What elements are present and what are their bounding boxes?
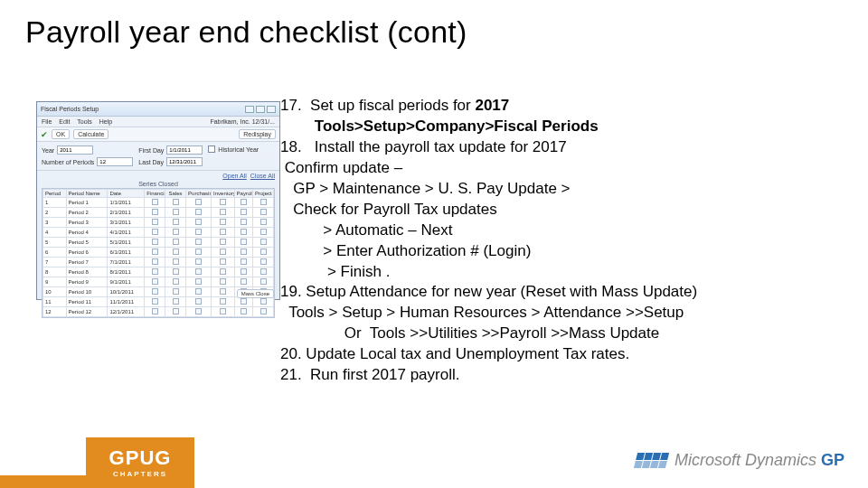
checkbox[interactable] [241, 258, 247, 265]
checkbox[interactable] [173, 268, 179, 275]
checkbox[interactable] [173, 219, 179, 225]
historical-year-checkbox[interactable] [208, 145, 215, 153]
checkbox[interactable] [260, 298, 267, 305]
checkbox[interactable] [195, 199, 202, 205]
item-17-path: Tools>Setup>Company>Fiscal Periods [315, 117, 599, 135]
checkbox[interactable] [152, 249, 158, 255]
checkbox[interactable] [241, 249, 247, 255]
checkbox[interactable] [195, 258, 202, 265]
checkbox[interactable] [260, 219, 267, 225]
menu-help[interactable]: Help [99, 118, 112, 125]
minimize-icon[interactable] [245, 106, 254, 113]
checkbox[interactable] [241, 308, 247, 314]
first-day-input[interactable] [166, 145, 203, 155]
checkbox[interactable] [220, 249, 226, 255]
menu-edit[interactable]: Edit [59, 118, 70, 125]
calculate-button[interactable]: Calculate [73, 129, 108, 139]
year-input[interactable] [57, 145, 93, 155]
table-row: 4Period 44/1/2011 [43, 228, 274, 238]
checkbox[interactable] [195, 308, 202, 314]
maximize-icon[interactable] [256, 106, 265, 113]
checkbox[interactable] [260, 268, 267, 275]
num-periods-input[interactable] [97, 157, 133, 166]
checkbox[interactable] [152, 239, 158, 245]
checkbox[interactable] [260, 239, 267, 245]
checkbox[interactable] [241, 268, 247, 275]
checkbox[interactable] [220, 199, 226, 205]
num-periods-label: Number of Periods [42, 159, 94, 165]
item-20: 20. Update Local tax and Unemployment Ta… [280, 345, 629, 362]
checkbox[interactable] [220, 288, 226, 295]
checkbox[interactable] [195, 298, 202, 305]
checkbox[interactable] [260, 229, 267, 235]
table-row: 3Period 33/1/2011 [43, 218, 274, 228]
window-title: Fiscal Periods Setup [41, 106, 99, 112]
col-purchasing: Purchasing [186, 190, 212, 198]
checkbox[interactable] [152, 219, 158, 225]
checkbox[interactable] [241, 209, 247, 215]
checkbox[interactable] [152, 199, 158, 205]
checkbox[interactable] [195, 268, 202, 275]
checkbox[interactable] [195, 239, 202, 245]
checkbox[interactable] [152, 258, 158, 265]
checkbox[interactable] [152, 268, 158, 275]
checkbox[interactable] [241, 219, 247, 225]
checkbox[interactable] [241, 229, 247, 235]
checkbox[interactable] [173, 229, 179, 235]
checkbox[interactable] [241, 298, 247, 305]
checkbox[interactable] [241, 278, 247, 285]
checkbox[interactable] [220, 298, 226, 305]
checkbox[interactable] [152, 308, 158, 314]
ok-button[interactable]: OK [52, 129, 70, 139]
checkbox[interactable] [241, 239, 247, 245]
checkbox[interactable] [220, 258, 226, 265]
checkbox[interactable] [260, 249, 267, 255]
item-21: 21. Run first 2017 payroll. [280, 366, 459, 383]
checkbox[interactable] [152, 298, 158, 305]
checkbox[interactable] [260, 258, 267, 265]
checklist-text: 17. Set up fiscal periods for 2017 Tools… [280, 96, 859, 386]
checkbox[interactable] [173, 249, 179, 255]
open-all-link[interactable]: Open All [222, 173, 246, 179]
checkbox[interactable] [152, 209, 158, 215]
close-all-link[interactable]: Close All [250, 173, 275, 179]
checkbox[interactable] [260, 199, 267, 205]
checkbox[interactable] [241, 199, 247, 205]
col-financial: Financial [145, 190, 165, 198]
menu-file[interactable]: File [42, 118, 52, 125]
checkbox[interactable] [173, 308, 179, 314]
checkbox[interactable] [195, 219, 202, 225]
checkbox[interactable] [220, 209, 226, 215]
col-sales: Sales [165, 190, 186, 198]
checkbox[interactable] [195, 288, 202, 295]
checkbox[interactable] [173, 298, 179, 305]
checkbox[interactable] [220, 239, 226, 245]
checkbox[interactable] [173, 278, 179, 285]
checkbox[interactable] [152, 278, 158, 285]
menu-tools[interactable]: Tools [77, 118, 91, 125]
checkbox[interactable] [260, 278, 267, 285]
checkbox[interactable] [173, 239, 179, 245]
checkbox[interactable] [173, 258, 179, 265]
fiscal-periods-window: Fiscal Periods Setup File Edit Tools Hel… [36, 101, 280, 300]
last-day-input[interactable] [166, 157, 203, 166]
redisplay-button[interactable]: Redisplay [239, 129, 276, 139]
checkbox[interactable] [173, 288, 179, 295]
close-icon[interactable] [267, 106, 276, 113]
checkbox[interactable] [195, 249, 202, 255]
checkbox[interactable] [260, 308, 267, 314]
mass-close-button[interactable]: Mass Close [237, 289, 274, 298]
checkbox[interactable] [220, 308, 226, 314]
checkbox[interactable] [173, 199, 179, 205]
checkbox[interactable] [152, 288, 158, 295]
checkbox[interactable] [220, 278, 226, 285]
checkbox[interactable] [220, 268, 226, 275]
checkbox[interactable] [152, 229, 158, 235]
checkbox[interactable] [195, 229, 202, 235]
checkbox[interactable] [260, 209, 267, 215]
checkbox[interactable] [173, 209, 179, 215]
checkbox[interactable] [195, 209, 202, 215]
checkbox[interactable] [220, 229, 226, 235]
checkbox[interactable] [195, 278, 202, 285]
checkbox[interactable] [220, 219, 226, 225]
